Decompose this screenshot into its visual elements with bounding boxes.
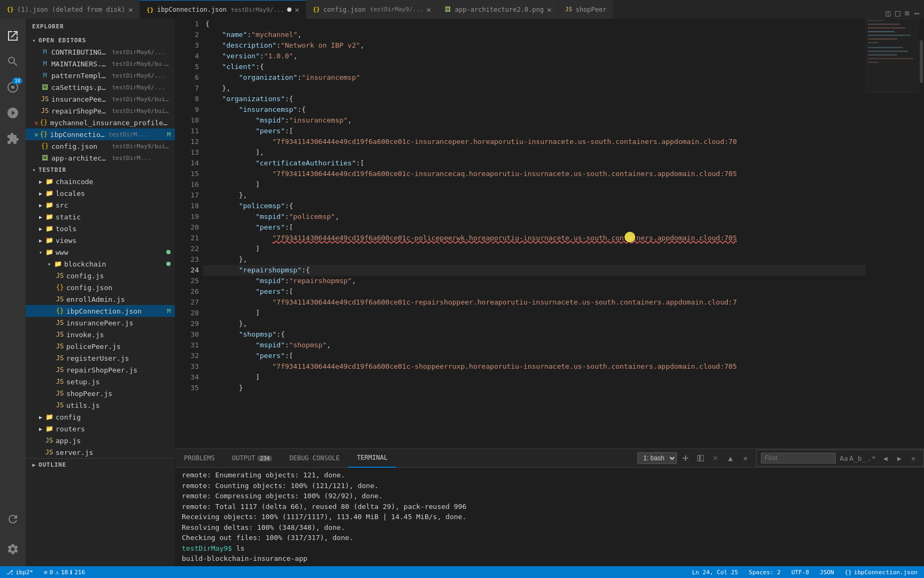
- code-line-32: "peers": [: [203, 351, 865, 361]
- tree-appjs[interactable]: JS app.js: [26, 435, 175, 446]
- status-filename[interactable]: {} ibpConnection.json: [843, 566, 920, 578]
- tab-close-config[interactable]: ✕: [426, 6, 430, 13]
- ibp-m-badge: M: [167, 308, 171, 315]
- status-spaces[interactable]: Spaces: 2: [746, 566, 783, 578]
- find-match-case[interactable]: Aa: [838, 452, 850, 464]
- tree-src[interactable]: ▶ 📁 src: [26, 199, 175, 211]
- tree-policepeerjs[interactable]: JS policePeer.js: [26, 340, 175, 352]
- find-regex[interactable]: .*: [866, 452, 877, 464]
- folder-icon-tools: 📁: [45, 224, 53, 233]
- split-terminal-button[interactable]: [694, 452, 707, 465]
- editor-layout-icon[interactable]: □: [895, 8, 900, 18]
- tree-configjson[interactable]: {} config.json: [26, 282, 175, 293]
- tree-static[interactable]: ▶ 📁 static: [26, 211, 175, 223]
- terminal-selector[interactable]: 1: bash: [637, 452, 677, 464]
- tab-config-json[interactable]: {} config.json testDirMay9/... ✕: [306, 0, 438, 19]
- find-prev[interactable]: ◀: [880, 452, 891, 464]
- activity-git[interactable]: 18: [0, 74, 26, 100]
- tree-www[interactable]: ▾ 📁 www: [26, 246, 175, 258]
- tree-invokejs[interactable]: JS invoke.js: [26, 329, 175, 340]
- tree-enrolladmin[interactable]: JS enrollAdmin.js: [26, 293, 175, 305]
- open-editor-ibpconnection[interactable]: ✕ {} ibpConnection.json testDirM... M: [26, 128, 175, 140]
- tree-registeruserjs[interactable]: JS registerUser.js: [26, 352, 175, 364]
- tab-close-deleted[interactable]: ✕: [128, 6, 133, 13]
- terminal-content[interactable]: remote: Enumerating objects: 121, done. …: [175, 468, 924, 566]
- panel-maximize-button[interactable]: ▲: [724, 452, 737, 465]
- tree-chaincode[interactable]: ▶ 📁 chaincode: [26, 176, 175, 187]
- warning-count: 18: [61, 569, 68, 576]
- tab-debug-console[interactable]: DEBUG CONSOLE: [281, 449, 348, 468]
- code-line-2: "name": "mychannel",: [203, 29, 865, 40]
- open-editor-contributing[interactable]: M CONTRIBUTING.md testDirMay6/...: [26, 46, 175, 58]
- terminal-find-input[interactable]: [761, 453, 836, 463]
- status-right: Ln 24, Col 25 Spaces: 2 UTF-8 JSON {} ib…: [690, 566, 920, 578]
- breadcrumb-icon[interactable]: ≡: [905, 8, 910, 18]
- find-close[interactable]: ✕: [907, 452, 919, 464]
- status-bar: ⎇ ibp2* ⊘ 0 ⚠ 18 ℹ 216 Ln 24, Col 25 Spa…: [0, 566, 924, 578]
- tree-blockchain[interactable]: ▾ 📁 blockchain: [26, 258, 175, 270]
- tab-close-ibp[interactable]: ✕: [295, 6, 299, 13]
- open-editor-casettings[interactable]: 🖼 caSettings.png testDirMay6/...: [26, 81, 175, 93]
- status-cursor[interactable]: Ln 24, Col 25: [690, 566, 740, 578]
- activity-remote[interactable]: [0, 506, 26, 532]
- tree-insurancepeerjs[interactable]: JS insurancePeer.js: [26, 317, 175, 329]
- tree-utilsjs[interactable]: JS utils.js: [26, 399, 175, 411]
- tab-terminal[interactable]: TERMINAL: [348, 449, 396, 468]
- activity-explorer[interactable]: [0, 23, 26, 49]
- code-line-23: },: [203, 254, 865, 265]
- open-editor-maintainers[interactable]: M MAINTAINERS.md testDirMay6/bu...: [26, 58, 175, 70]
- status-language[interactable]: JSON: [818, 566, 836, 578]
- find-next[interactable]: ▶: [894, 452, 905, 464]
- kill-terminal-button[interactable]: [709, 452, 722, 465]
- file-icon-json2: {}: [40, 130, 48, 139]
- status-branch[interactable]: ⎇ ibp2*: [4, 566, 35, 578]
- tree-setupjs[interactable]: JS setup.js: [26, 376, 175, 387]
- section-open-editors[interactable]: ▾ OPEN EDITORS: [26, 34, 175, 46]
- status-encoding[interactable]: UTF-8: [789, 566, 811, 578]
- activity-extensions[interactable]: [0, 126, 26, 151]
- activity-settings[interactable]: [0, 536, 26, 562]
- section-outline[interactable]: ▶ OUTLINE: [26, 459, 175, 470]
- section-testdir[interactable]: ▾ TESTDIR: [26, 164, 175, 176]
- open-editor-patterntemplate[interactable]: M patternTemplate.md testDirMay6/...: [26, 70, 175, 81]
- code-line-14: "certificateAuthorities": [: [203, 158, 865, 169]
- editor-scrollbar[interactable]: [919, 19, 924, 448]
- tree-shoppeerjs[interactable]: JS shopPeer.js: [26, 387, 175, 399]
- info-count: 216: [74, 569, 85, 576]
- tab-output[interactable]: OUTPUT 234: [224, 449, 281, 468]
- open-editor-apparch[interactable]: 🖼 app-architecture2.0.png testDirM...: [26, 152, 175, 164]
- tab-close-arch[interactable]: ✕: [547, 6, 551, 13]
- tree-serverjs[interactable]: JS server.js: [26, 446, 175, 458]
- add-terminal-button[interactable]: [679, 452, 692, 465]
- folder-icon-src: 📁: [45, 201, 53, 209]
- tree-locales[interactable]: ▶ 📁 locales: [26, 187, 175, 199]
- tab-shoppeer[interactable]: JS shopPeer: [558, 0, 613, 19]
- tab-subtitle-ibp: testDirMay9/...: [231, 6, 284, 13]
- open-editor-mychannel[interactable]: ✕ {} mychannel_insurance_profile (1).j..…: [26, 117, 175, 128]
- split-editor-icon[interactable]: ◫: [886, 8, 891, 18]
- tree-configjs[interactable]: JS config.js: [26, 270, 175, 282]
- tab-app-architecture[interactable]: 🖼 app-architecture2.0.png ✕: [438, 0, 559, 19]
- more-actions-icon[interactable]: ⋯: [914, 7, 920, 19]
- tab-problems[interactable]: PROBLEMS: [175, 449, 224, 468]
- activity-search[interactable]: [0, 49, 26, 74]
- open-editor-insurancepeer[interactable]: JS insurancePeer.js testDirMay6/build...: [26, 93, 175, 105]
- find-whole-word[interactable]: A̲b̲: [852, 452, 864, 464]
- editor-scroll-thumb[interactable]: [920, 40, 923, 83]
- status-errors[interactable]: ⊘ 0 ⚠ 18 ℹ 216: [42, 566, 87, 578]
- tree-tools[interactable]: ▶ 📁 tools: [26, 223, 175, 234]
- activity-debug[interactable]: [0, 100, 26, 126]
- tree-config-folder[interactable]: ▶ 📁 config: [26, 411, 175, 423]
- tree-routers[interactable]: ▶ 📁 routers: [26, 423, 175, 435]
- file-icon-serverjs: JS: [45, 448, 53, 457]
- tree-views[interactable]: ▶ 📁 views: [26, 234, 175, 246]
- tree-repairshoppeerjs[interactable]: JS repairShopPeer.js: [26, 364, 175, 376]
- open-editor-repairshopper[interactable]: JS repairShopPeer.js testDirMay6/build..…: [26, 105, 175, 117]
- tree-ibpconnection[interactable]: {} ibpConnection.json M: [26, 305, 175, 317]
- tab-label-deleted: (1).json (deleted from disk): [17, 6, 125, 13]
- open-editor-config[interactable]: {} config.json testDirMay9/build-blo...: [26, 140, 175, 152]
- editor-code[interactable]: { "name": "mychannel", "description": "N…: [203, 19, 865, 448]
- tab-ibpconnection[interactable]: {} ibpConnection.json testDirMay9/... ✕: [140, 0, 306, 19]
- panel-close-button[interactable]: ✕: [739, 452, 752, 465]
- tab-deleted-json[interactable]: {} (1).json (deleted from disk) ✕: [0, 0, 140, 19]
